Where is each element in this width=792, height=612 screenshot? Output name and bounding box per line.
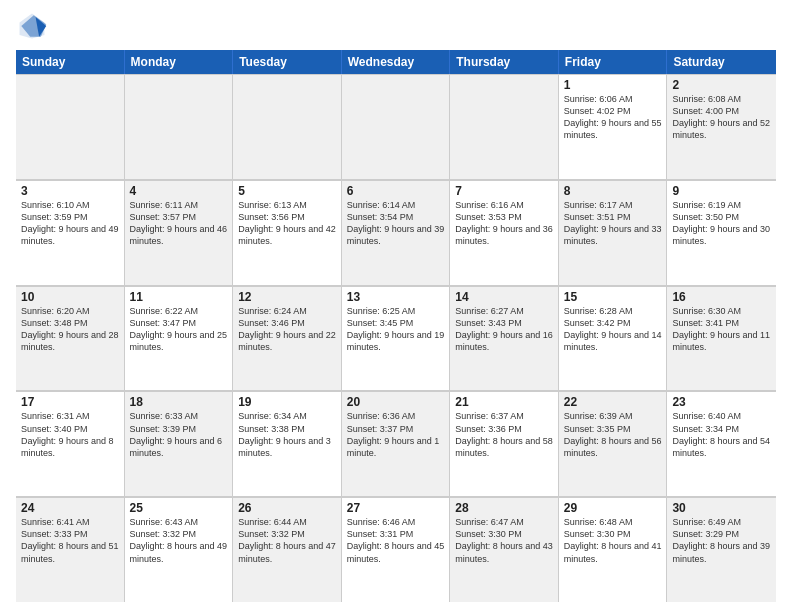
day-info: Sunrise: 6:10 AM Sunset: 3:59 PM Dayligh… (21, 199, 119, 248)
day-number: 20 (347, 395, 445, 409)
day-number: 8 (564, 184, 662, 198)
day-header-thursday: Thursday (450, 50, 559, 74)
week-row-4: 17Sunrise: 6:31 AM Sunset: 3:40 PM Dayli… (16, 391, 776, 497)
day-cell-30: 30Sunrise: 6:49 AM Sunset: 3:29 PM Dayli… (667, 498, 776, 602)
calendar-body: 1Sunrise: 6:06 AM Sunset: 4:02 PM Daylig… (16, 74, 776, 602)
day-info: Sunrise: 6:14 AM Sunset: 3:54 PM Dayligh… (347, 199, 445, 248)
day-cell-23: 23Sunrise: 6:40 AM Sunset: 3:34 PM Dayli… (667, 392, 776, 496)
day-info: Sunrise: 6:08 AM Sunset: 4:00 PM Dayligh… (672, 93, 771, 142)
day-info: Sunrise: 6:20 AM Sunset: 3:48 PM Dayligh… (21, 305, 119, 354)
day-number: 13 (347, 290, 445, 304)
day-number: 10 (21, 290, 119, 304)
day-info: Sunrise: 6:40 AM Sunset: 3:34 PM Dayligh… (672, 410, 771, 459)
day-cell-29: 29Sunrise: 6:48 AM Sunset: 3:30 PM Dayli… (559, 498, 668, 602)
day-info: Sunrise: 6:11 AM Sunset: 3:57 PM Dayligh… (130, 199, 228, 248)
day-info: Sunrise: 6:06 AM Sunset: 4:02 PM Dayligh… (564, 93, 662, 142)
day-cell-12: 12Sunrise: 6:24 AM Sunset: 3:46 PM Dayli… (233, 287, 342, 391)
day-number: 18 (130, 395, 228, 409)
day-info: Sunrise: 6:49 AM Sunset: 3:29 PM Dayligh… (672, 516, 771, 565)
calendar: SundayMondayTuesdayWednesdayThursdayFrid… (16, 50, 776, 602)
day-cell-20: 20Sunrise: 6:36 AM Sunset: 3:37 PM Dayli… (342, 392, 451, 496)
day-cell-3: 3Sunrise: 6:10 AM Sunset: 3:59 PM Daylig… (16, 181, 125, 285)
day-cell-1: 1Sunrise: 6:06 AM Sunset: 4:02 PM Daylig… (559, 75, 668, 179)
day-cell-empty (125, 75, 234, 179)
day-cell-empty (450, 75, 559, 179)
day-info: Sunrise: 6:47 AM Sunset: 3:30 PM Dayligh… (455, 516, 553, 565)
day-info: Sunrise: 6:16 AM Sunset: 3:53 PM Dayligh… (455, 199, 553, 248)
day-info: Sunrise: 6:24 AM Sunset: 3:46 PM Dayligh… (238, 305, 336, 354)
day-cell-13: 13Sunrise: 6:25 AM Sunset: 3:45 PM Dayli… (342, 287, 451, 391)
day-number: 24 (21, 501, 119, 515)
day-info: Sunrise: 6:44 AM Sunset: 3:32 PM Dayligh… (238, 516, 336, 565)
header (16, 10, 776, 42)
day-cell-empty (16, 75, 125, 179)
day-number: 25 (130, 501, 228, 515)
day-info: Sunrise: 6:28 AM Sunset: 3:42 PM Dayligh… (564, 305, 662, 354)
day-info: Sunrise: 6:30 AM Sunset: 3:41 PM Dayligh… (672, 305, 771, 354)
day-header-tuesday: Tuesday (233, 50, 342, 74)
day-header-monday: Monday (125, 50, 234, 74)
logo (16, 10, 52, 42)
day-header-wednesday: Wednesday (342, 50, 451, 74)
day-number: 30 (672, 501, 771, 515)
day-info: Sunrise: 6:39 AM Sunset: 3:35 PM Dayligh… (564, 410, 662, 459)
day-info: Sunrise: 6:22 AM Sunset: 3:47 PM Dayligh… (130, 305, 228, 354)
day-info: Sunrise: 6:46 AM Sunset: 3:31 PM Dayligh… (347, 516, 445, 565)
week-row-1: 1Sunrise: 6:06 AM Sunset: 4:02 PM Daylig… (16, 74, 776, 180)
day-cell-26: 26Sunrise: 6:44 AM Sunset: 3:32 PM Dayli… (233, 498, 342, 602)
day-number: 7 (455, 184, 553, 198)
day-number: 16 (672, 290, 771, 304)
calendar-header: SundayMondayTuesdayWednesdayThursdayFrid… (16, 50, 776, 74)
day-header-friday: Friday (559, 50, 668, 74)
day-cell-4: 4Sunrise: 6:11 AM Sunset: 3:57 PM Daylig… (125, 181, 234, 285)
day-cell-11: 11Sunrise: 6:22 AM Sunset: 3:47 PM Dayli… (125, 287, 234, 391)
day-info: Sunrise: 6:25 AM Sunset: 3:45 PM Dayligh… (347, 305, 445, 354)
day-number: 4 (130, 184, 228, 198)
day-cell-25: 25Sunrise: 6:43 AM Sunset: 3:32 PM Dayli… (125, 498, 234, 602)
day-number: 28 (455, 501, 553, 515)
day-number: 29 (564, 501, 662, 515)
day-number: 26 (238, 501, 336, 515)
day-cell-10: 10Sunrise: 6:20 AM Sunset: 3:48 PM Dayli… (16, 287, 125, 391)
day-header-saturday: Saturday (667, 50, 776, 74)
day-number: 3 (21, 184, 119, 198)
day-header-sunday: Sunday (16, 50, 125, 74)
day-info: Sunrise: 6:27 AM Sunset: 3:43 PM Dayligh… (455, 305, 553, 354)
day-info: Sunrise: 6:41 AM Sunset: 3:33 PM Dayligh… (21, 516, 119, 565)
day-number: 22 (564, 395, 662, 409)
day-info: Sunrise: 6:17 AM Sunset: 3:51 PM Dayligh… (564, 199, 662, 248)
day-number: 5 (238, 184, 336, 198)
day-cell-18: 18Sunrise: 6:33 AM Sunset: 3:39 PM Dayli… (125, 392, 234, 496)
day-cell-27: 27Sunrise: 6:46 AM Sunset: 3:31 PM Dayli… (342, 498, 451, 602)
page: SundayMondayTuesdayWednesdayThursdayFrid… (0, 0, 792, 612)
day-number: 9 (672, 184, 771, 198)
day-info: Sunrise: 6:36 AM Sunset: 3:37 PM Dayligh… (347, 410, 445, 459)
day-cell-6: 6Sunrise: 6:14 AM Sunset: 3:54 PM Daylig… (342, 181, 451, 285)
day-cell-empty (233, 75, 342, 179)
day-cell-24: 24Sunrise: 6:41 AM Sunset: 3:33 PM Dayli… (16, 498, 125, 602)
day-cell-16: 16Sunrise: 6:30 AM Sunset: 3:41 PM Dayli… (667, 287, 776, 391)
day-info: Sunrise: 6:13 AM Sunset: 3:56 PM Dayligh… (238, 199, 336, 248)
day-info: Sunrise: 6:31 AM Sunset: 3:40 PM Dayligh… (21, 410, 119, 459)
day-number: 1 (564, 78, 662, 92)
day-number: 11 (130, 290, 228, 304)
day-info: Sunrise: 6:33 AM Sunset: 3:39 PM Dayligh… (130, 410, 228, 459)
week-row-3: 10Sunrise: 6:20 AM Sunset: 3:48 PM Dayli… (16, 286, 776, 392)
day-info: Sunrise: 6:43 AM Sunset: 3:32 PM Dayligh… (130, 516, 228, 565)
week-row-5: 24Sunrise: 6:41 AM Sunset: 3:33 PM Dayli… (16, 497, 776, 602)
day-cell-2: 2Sunrise: 6:08 AM Sunset: 4:00 PM Daylig… (667, 75, 776, 179)
day-cell-5: 5Sunrise: 6:13 AM Sunset: 3:56 PM Daylig… (233, 181, 342, 285)
day-number: 14 (455, 290, 553, 304)
day-cell-21: 21Sunrise: 6:37 AM Sunset: 3:36 PM Dayli… (450, 392, 559, 496)
day-info: Sunrise: 6:34 AM Sunset: 3:38 PM Dayligh… (238, 410, 336, 459)
day-number: 12 (238, 290, 336, 304)
day-number: 27 (347, 501, 445, 515)
day-info: Sunrise: 6:37 AM Sunset: 3:36 PM Dayligh… (455, 410, 553, 459)
day-cell-19: 19Sunrise: 6:34 AM Sunset: 3:38 PM Dayli… (233, 392, 342, 496)
day-number: 21 (455, 395, 553, 409)
day-cell-17: 17Sunrise: 6:31 AM Sunset: 3:40 PM Dayli… (16, 392, 125, 496)
day-number: 2 (672, 78, 771, 92)
day-cell-14: 14Sunrise: 6:27 AM Sunset: 3:43 PM Dayli… (450, 287, 559, 391)
day-cell-empty (342, 75, 451, 179)
day-number: 15 (564, 290, 662, 304)
